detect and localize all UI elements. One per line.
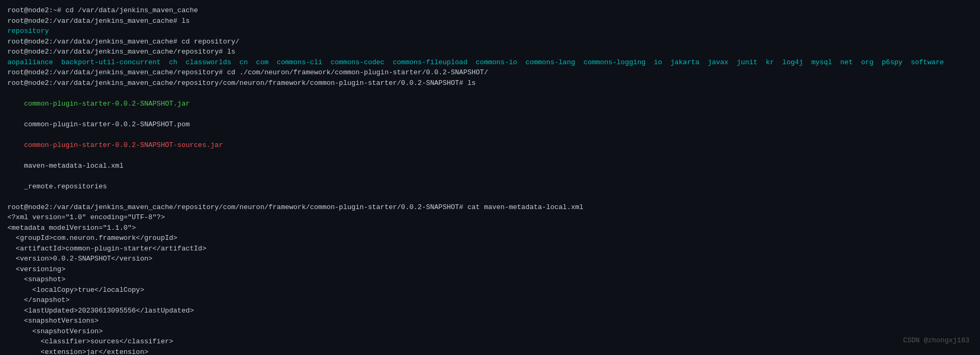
line-6-dirlist: aopalliance backport-util-concurrent ch … [7,57,973,68]
file-space3 [24,151,32,159]
line-3: repository [7,26,973,37]
watermark: CSDN @zhongxj183 [903,335,969,346]
line-17: <snapshot> [7,274,973,285]
file-space4 [24,172,32,180]
terminal: root@node2:~# cd /var/data/jenkins_maven… [7,5,973,355]
line-15: <version>0.0.2-SNAPSHOT</version> [7,254,973,264]
line-24: <extension>jar</extension> [7,347,973,356]
file-space2 [24,131,32,138]
line-16: <versioning> [7,264,973,275]
line-23: <classifier>sources</classifier> [7,336,973,347]
line-4: root@node2:/var/data/jenkins_maven_cache… [7,37,973,47]
line-19: </snapshot> [7,295,973,306]
line-7: root@node2:/var/data/jenkins_maven_cache… [7,67,973,78]
line-2: root@node2:/var/data/jenkins_maven_cache… [7,16,973,27]
line-11: <?xml version="1.0" encoding="UTF-8"?> [7,212,973,223]
line-20: <lastUpdated>20230613095556</lastUpdated… [7,306,973,316]
line-12: <metadata modelVersion="1.1.0"> [7,223,973,233]
line-1: root@node2:~# cd /var/data/jenkins_maven… [7,5,973,16]
file-meta: maven-metadata-local.xml [24,162,123,170]
line-5: root@node2:/var/data/jenkins_maven_cache… [7,47,973,57]
line-10: root@node2:/var/data/jenkins_maven_cache… [7,202,973,213]
line-14: <artifactId>common-plugin-starter</artif… [7,244,973,254]
file-jar: common-plugin-starter-0.0.2-SNAPSHOT.jar [24,100,190,108]
file-pom [24,110,32,118]
line-8: root@node2:/var/data/jenkins_maven_cache… [7,78,973,89]
line-18: <localCopy>true</localCopy> [7,285,973,296]
file-remote: _remote.repositories [24,183,107,191]
line-21: <snapshotVersions> [7,316,973,326]
line-22: <snapshotVersion> [7,326,973,337]
file-sources: common-plugin-starter-0.0.2-SNAPSHOT-sou… [24,141,223,149]
line-13: <groupId>com.neuron.framework</groupId> [7,233,973,244]
line-9-filelist: common-plugin-starter-0.0.2-SNAPSHOT.jar… [7,88,973,202]
file-pom-text: common-plugin-starter-0.0.2-SNAPSHOT.pom [24,120,190,128]
